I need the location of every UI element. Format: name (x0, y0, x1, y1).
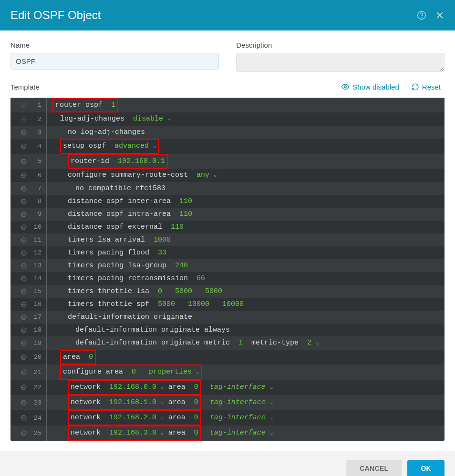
reset-label: Reset (422, 83, 441, 91)
collapse-icon[interactable] (21, 275, 27, 282)
line-number: 18 (32, 324, 41, 336)
line-number: 9 (32, 208, 41, 221)
collapse-icon[interactable] (21, 198, 27, 205)
collapse-icon[interactable] (21, 301, 27, 308)
svg-point-2 (344, 86, 347, 88)
line-number: 12 (32, 246, 41, 259)
editor-line-15[interactable]: 15timers throttle lsa 0 5000 5000 (10, 285, 445, 298)
cancel-button[interactable]: CANCEL (346, 460, 402, 476)
show-disabled-label: Show disabled (352, 83, 399, 91)
editor-line-9[interactable]: 9distance ospf intra-area 110 (10, 208, 445, 221)
description-label: Description (236, 41, 445, 49)
editor-line-25[interactable]: 25network 192.168.3.0 ⌄ area 0 tag-inter… (10, 425, 445, 441)
collapse-icon[interactable] (21, 185, 27, 192)
line-number: 23 (32, 396, 41, 409)
collapse-icon[interactable] (21, 250, 27, 256)
collapse-icon[interactable] (21, 430, 27, 436)
collapse-icon[interactable] (21, 354, 27, 361)
editor-line-19[interactable]: 19default-information originate metric 1… (10, 336, 445, 350)
collapse-icon[interactable] (21, 288, 27, 295)
editor-line-21[interactable]: 21configure area 0 properties ⌄ (10, 365, 445, 380)
editor-line-13[interactable]: 13timers pacing lsa-group 240 (10, 259, 445, 272)
editor-line-20[interactable]: 20area 0 (10, 350, 445, 365)
dialog-title: Edit OSPF Object (10, 9, 101, 22)
line-number: 21 (32, 366, 41, 379)
eye-icon (341, 82, 350, 91)
editor-line-4[interactable]: 4setup ospf advanced ⌄ (10, 139, 445, 154)
line-number: 8 (32, 195, 41, 208)
line-number: 25 (32, 427, 41, 440)
template-editor[interactable]: 1router ospf 12log-adj-changes disable ⌄… (10, 98, 445, 441)
line-number: 1 (32, 99, 41, 111)
editor-line-3[interactable]: 3no log-adj-changes (10, 126, 445, 139)
dialog-header: Edit OSPF Object (0, 0, 455, 30)
line-number: 7 (32, 182, 41, 195)
line-number: 19 (32, 337, 41, 350)
editor-line-7[interactable]: 7no compatible rfc1583 (10, 182, 445, 195)
line-number: 20 (32, 351, 41, 364)
reset-button[interactable]: Reset (407, 83, 445, 91)
editor-line-1[interactable]: 1router ospf 1 (10, 98, 445, 112)
collapse-icon[interactable] (21, 172, 27, 179)
collapse-icon[interactable] (21, 237, 27, 243)
editor-line-22[interactable]: 22network 192.168.0.0 ⌄ area 0 tag-inter… (10, 380, 445, 395)
collapse-icon[interactable] (21, 415, 27, 421)
collapse-icon[interactable] (21, 399, 27, 406)
dialog-footer: CANCEL OK (0, 451, 455, 476)
editor-line-16[interactable]: 16timers throttle spf 5000 10000 10000 (10, 298, 445, 311)
collapse-icon[interactable] (21, 327, 27, 334)
collapse-icon[interactable] (21, 102, 27, 109)
name-label: Name (10, 41, 219, 49)
line-number: 2 (32, 113, 41, 126)
editor-line-6[interactable]: 6configure summary-route-cost any ⌄ (10, 169, 445, 182)
line-number: 3 (32, 126, 41, 139)
ok-button[interactable]: OK (407, 460, 445, 476)
collapse-icon[interactable] (21, 211, 27, 218)
toolbar-separator (405, 81, 405, 92)
line-number: 15 (32, 285, 41, 298)
editor-line-10[interactable]: 10distance ospf external 110 (10, 221, 445, 233)
collapse-icon[interactable] (21, 263, 27, 269)
editor-line-24[interactable]: 24network 192.168.2.0 ⌄ area 0 tag-inter… (10, 410, 445, 425)
editor-line-2[interactable]: 2log-adj-changes disable ⌄ (10, 112, 445, 126)
editor-line-18[interactable]: 18default-information originate always (10, 324, 445, 336)
collapse-icon[interactable] (21, 129, 27, 136)
show-disabled-button[interactable]: Show disabled (337, 82, 403, 91)
editor-line-8[interactable]: 8distance ospf inter-area 110 (10, 195, 445, 208)
line-number: 24 (32, 412, 41, 425)
help-icon[interactable] (417, 10, 426, 20)
editor-line-5[interactable]: 5router-id 192.168.0.1 (10, 154, 445, 169)
collapse-icon[interactable] (21, 158, 27, 165)
line-number: 6 (32, 169, 41, 182)
line-number: 14 (32, 272, 41, 285)
collapse-icon[interactable] (21, 340, 27, 346)
template-toolbar: Template Show disabled Reset (0, 76, 455, 95)
form-row: Name Description (0, 30, 455, 76)
editor-line-17[interactable]: 17default-information originate (10, 311, 445, 324)
line-number: 10 (32, 221, 41, 233)
close-icon[interactable] (435, 10, 445, 20)
editor-line-12[interactable]: 12timers pacing flood 33 (10, 246, 445, 259)
line-number: 5 (32, 155, 41, 168)
collapse-icon[interactable] (21, 314, 27, 321)
line-number: 22 (32, 381, 41, 394)
collapse-icon[interactable] (21, 116, 27, 122)
name-input[interactable] (10, 53, 219, 70)
template-label: Template (10, 83, 40, 91)
editor-line-11[interactable]: 11timers lsa arrival 1000 (10, 233, 445, 246)
reset-icon (411, 83, 419, 91)
editor-line-23[interactable]: 23network 192.168.1.0 ⌄ area 0 tag-inter… (10, 395, 445, 410)
description-input[interactable] (236, 53, 445, 72)
editor-line-14[interactable]: 14timers pacing retransmission 66 (10, 272, 445, 285)
svg-point-1 (422, 17, 422, 18)
line-number: 16 (32, 298, 41, 311)
line-number: 4 (32, 140, 41, 153)
collapse-icon[interactable] (21, 369, 27, 375)
line-number: 17 (32, 311, 41, 324)
collapse-icon[interactable] (21, 224, 27, 231)
collapse-icon[interactable] (21, 143, 27, 150)
line-number: 11 (32, 233, 41, 246)
line-number: 13 (32, 259, 41, 272)
collapse-icon[interactable] (21, 384, 27, 391)
